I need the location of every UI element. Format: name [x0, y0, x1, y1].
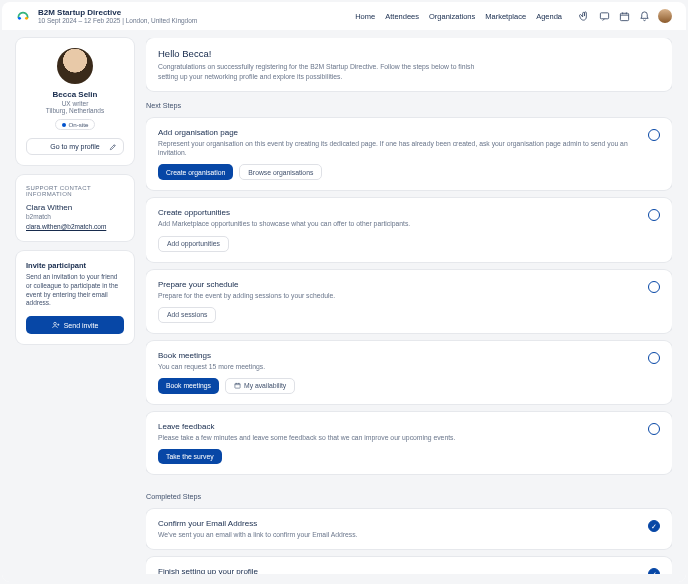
pencil-icon — [109, 143, 117, 151]
step-status-done: ✓ — [648, 520, 660, 532]
calendar-icon[interactable] — [618, 10, 630, 22]
svg-rect-3 — [620, 13, 628, 20]
step-secondary-button[interactable]: Browse organisations — [239, 164, 322, 180]
go-to-profile-button[interactable]: Go to my profile — [26, 138, 124, 155]
profile-location: Tilburg, Netherlands — [26, 107, 124, 114]
support-card: Support contact information Clara Withen… — [16, 175, 134, 241]
step-card: Book meetingsYou can request 15 more mee… — [146, 341, 672, 404]
svg-rect-5 — [235, 384, 240, 389]
go-to-profile-label: Go to my profile — [50, 143, 99, 150]
step-title: Create opportunities — [158, 208, 638, 217]
svg-point-4 — [53, 322, 56, 325]
next-steps-label: Next Steps — [146, 101, 672, 110]
profile-photo — [57, 48, 93, 84]
completed-steps-label: Completed Steps — [146, 492, 672, 501]
step-desc: You can request 15 more meetings. — [158, 362, 638, 371]
app-header: B2M Startup Directive 10 Sept 2024 – 12 … — [2, 2, 686, 30]
completed-step-card: Confirm your Email AddressWe've sent you… — [146, 509, 672, 549]
completed-step-card: Finish setting up your profileCreate an … — [146, 557, 672, 574]
step-title: Add organisation page — [158, 128, 638, 137]
step-card: Add organisation pageRepresent your orga… — [146, 118, 672, 190]
welcome-heading: Hello Becca! — [158, 48, 660, 59]
event-title: B2M Startup Directive — [38, 8, 197, 17]
support-label: Support contact information — [26, 185, 124, 197]
top-nav: Home Attendees Organizations Marketplace… — [355, 9, 672, 23]
nav-organizations[interactable]: Organizations — [429, 12, 475, 21]
step-primary-button[interactable]: Create organisation — [158, 164, 233, 180]
user-avatar[interactable] — [658, 9, 672, 23]
bell-icon[interactable] — [638, 10, 650, 22]
send-invite-label: Send invite — [64, 322, 99, 329]
support-email[interactable]: clara.withen@b2match.com — [26, 223, 106, 230]
profile-name: Becca Selin — [26, 90, 124, 99]
step-status-circle — [648, 209, 660, 221]
step-status-circle — [648, 281, 660, 293]
step-secondary-button[interactable]: Add opportunities — [158, 236, 229, 252]
step-desc: We've sent you an email with a link to c… — [158, 530, 638, 539]
step-secondary-button[interactable]: My availability — [225, 378, 295, 394]
user-plus-icon — [52, 321, 60, 329]
invite-desc: Send an invitation to your friend or col… — [26, 273, 124, 308]
step-status-done: ✓ — [648, 568, 660, 574]
profile-card: Becca Selin UX writer Tilburg, Netherlan… — [16, 38, 134, 165]
step-card: Prepare your schedulePrepare for the eve… — [146, 270, 672, 333]
step-primary-button[interactable]: Book meetings — [158, 378, 219, 394]
chat-icon[interactable] — [598, 10, 610, 22]
invite-card: Invite participant Send an invitation to… — [16, 251, 134, 344]
step-status-circle — [648, 129, 660, 141]
nav-home[interactable]: Home — [355, 12, 375, 21]
profile-role: UX writer — [26, 100, 124, 107]
event-subtitle: 10 Sept 2024 – 12 Feb 2025 | London, Uni… — [38, 17, 197, 24]
welcome-body: Congratulations on successfully register… — [158, 62, 478, 81]
step-primary-button[interactable]: Take the survey — [158, 449, 222, 464]
nav-attendees[interactable]: Attendees — [385, 12, 419, 21]
step-title: Finish setting up your profile — [158, 567, 638, 574]
onsite-badge: On-site — [55, 119, 96, 130]
svg-point-1 — [25, 17, 28, 20]
step-desc: Add Marketplace opportunities to showcas… — [158, 219, 638, 228]
svg-point-0 — [18, 17, 21, 20]
step-title: Confirm your Email Address — [158, 519, 638, 528]
support-org: b2match — [26, 213, 124, 220]
step-desc: Prepare for the event by adding sessions… — [158, 291, 638, 300]
send-invite-button[interactable]: Send invite — [26, 316, 124, 334]
step-desc: Represent your organisation on this even… — [158, 139, 638, 157]
check-icon: ✓ — [651, 571, 657, 574]
step-title: Book meetings — [158, 351, 638, 360]
step-title: Leave feedback — [158, 422, 638, 431]
app-logo — [16, 9, 30, 23]
invite-title: Invite participant — [26, 261, 124, 270]
support-name: Clara Withen — [26, 203, 124, 212]
step-status-circle — [648, 423, 660, 435]
welcome-card: Hello Becca! Congratulations on successf… — [146, 38, 672, 91]
calendar-icon — [234, 382, 241, 389]
hand-icon[interactable] — [578, 10, 590, 22]
step-title: Prepare your schedule — [158, 280, 638, 289]
onsite-badge-label: On-site — [69, 121, 89, 128]
step-desc: Please take a few minutes and leave some… — [158, 433, 638, 442]
nav-marketplace[interactable]: Marketplace — [485, 12, 526, 21]
step-card: Leave feedbackPlease take a few minutes … — [146, 412, 672, 474]
event-title-block: B2M Startup Directive 10 Sept 2024 – 12 … — [38, 8, 197, 24]
svg-rect-2 — [600, 12, 608, 18]
step-secondary-button[interactable]: Add sessions — [158, 307, 216, 323]
check-icon: ✓ — [651, 523, 657, 530]
step-card: Create opportunitiesAdd Marketplace oppo… — [146, 198, 672, 261]
step-status-circle — [648, 352, 660, 364]
nav-agenda[interactable]: Agenda — [536, 12, 562, 21]
